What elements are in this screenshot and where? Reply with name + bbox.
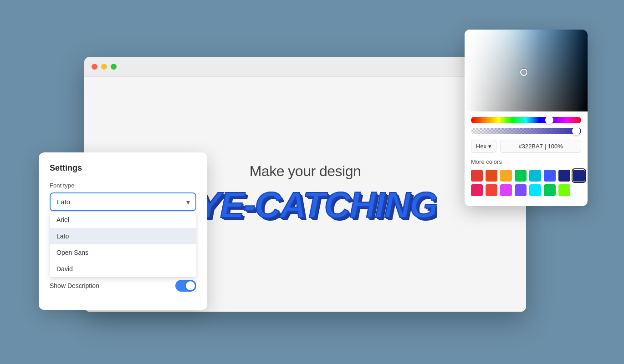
color-gradient-area[interactable] (465, 30, 588, 111)
swatch-pink[interactable] (471, 184, 483, 196)
swatches-row-2 (471, 184, 581, 196)
swatch-violet[interactable] (515, 184, 527, 196)
swatch-yellow[interactable] (500, 170, 512, 182)
show-description-label: Show Description (50, 282, 99, 289)
font-option-lato[interactable]: Lato (50, 228, 196, 244)
swatch-blue[interactable] (544, 170, 556, 182)
hue-slider[interactable] (471, 117, 581, 123)
font-option-david[interactable]: David (50, 261, 196, 277)
swatch-crimson[interactable] (486, 184, 497, 196)
swatch-orange[interactable] (486, 170, 497, 182)
swatch-red[interactable] (471, 170, 483, 182)
traffic-dot-red[interactable] (92, 64, 97, 70)
traffic-dot-yellow[interactable] (101, 64, 107, 70)
swatch-purple[interactable] (500, 184, 512, 196)
font-option-ariel[interactable]: Ariel (50, 212, 196, 228)
font-select[interactable]: Ariel Lato Open Sans David (50, 192, 196, 211)
show-description-toggle[interactable] (175, 280, 196, 292)
settings-panel: Settings Font type Ariel Lato Open Sans … (39, 152, 207, 310)
hex-format-button[interactable]: Hex ▾ (471, 140, 496, 153)
swatch-bright-green[interactable] (544, 184, 556, 196)
swatch-cyan[interactable] (529, 170, 541, 182)
settings-title: Settings (50, 163, 196, 173)
hue-slider-thumb[interactable] (545, 116, 553, 124)
swatch-green[interactable] (515, 170, 527, 182)
font-dropdown-list: Ariel Lato Open Sans David (50, 211, 196, 278)
hex-format-chevron: ▾ (488, 143, 491, 150)
show-description-row: Show Description (50, 280, 196, 292)
traffic-dot-green[interactable] (111, 64, 117, 70)
swatch-light-cyan[interactable] (529, 184, 541, 196)
swatches-row-1 (471, 170, 581, 182)
color-picker-controls: Hex ▾ #322BA7 | 100% More colors (465, 111, 588, 196)
hex-row: Hex ▾ #322BA7 | 100% (471, 140, 581, 153)
hex-format-label: Hex (476, 143, 486, 150)
browser-titlebar (84, 57, 526, 77)
catchline-text: EYE-CATCHING (174, 184, 437, 226)
font-select-wrapper: Ariel Lato Open Sans David ▾ Ariel Lato … (50, 192, 196, 211)
design-tagline: Make your design (250, 163, 361, 180)
more-colors-label: More colors (471, 158, 581, 165)
alpha-slider[interactable] (471, 128, 581, 134)
alpha-slider-thumb[interactable] (572, 127, 580, 135)
hex-value-input[interactable]: #322BA7 | 100% (500, 140, 581, 153)
swatch-dark-navy[interactable] (573, 170, 585, 182)
font-option-opensans[interactable]: Open Sans (50, 244, 196, 261)
font-type-label: Font type (50, 182, 196, 189)
show-description-toggle-knob (186, 281, 195, 290)
picker-cursor[interactable] (520, 69, 527, 76)
color-picker-panel: Hex ▾ #322BA7 | 100% More colors (465, 30, 588, 206)
swatch-navy[interactable] (558, 170, 570, 182)
swatch-lime[interactable] (558, 184, 570, 196)
